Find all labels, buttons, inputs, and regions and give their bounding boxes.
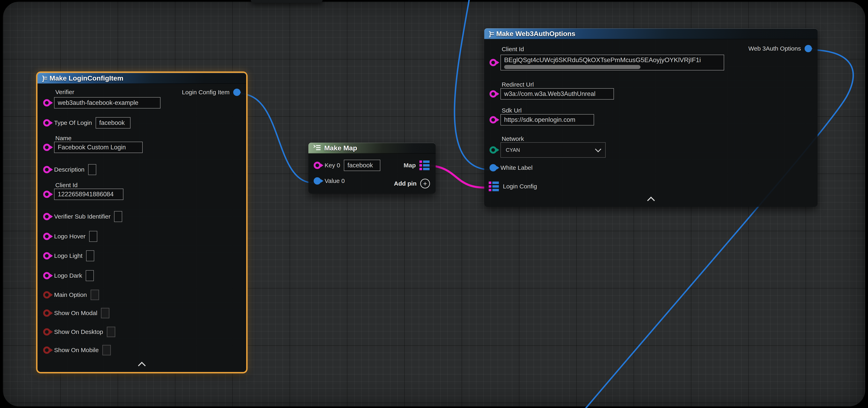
- pin-main-option[interactable]: [43, 291, 51, 299]
- verifier-row: web3auth-facebook-example: [43, 97, 160, 108]
- client-id-input[interactable]: BEglQSgt4cUWcj6SKRdu5QkOXTsePmMcusG5EAoy…: [500, 55, 724, 70]
- key0-label: Key 0: [324, 162, 340, 169]
- key0-input[interactable]: facebook: [344, 160, 380, 171]
- white-label-label: White Label: [500, 164, 532, 171]
- login-config-row: Login Config: [489, 181, 537, 191]
- sdk-url-value: https://sdk.openlogin.com: [504, 116, 576, 124]
- logo-dark-row: Logo Dark: [43, 270, 94, 281]
- logo-hover-label: Logo Hover: [54, 233, 86, 240]
- output-pin-login-config-item[interactable]: [233, 89, 241, 96]
- pin-value0[interactable]: [314, 177, 321, 184]
- output-pin-web3auth-options[interactable]: [805, 45, 812, 52]
- node-header[interactable]: }= Make Web3AuthOptions: [484, 28, 817, 39]
- name-input[interactable]: Facebook Custom Login: [54, 142, 143, 153]
- make-struct-icon: }=: [42, 74, 46, 82]
- pin-description[interactable]: [43, 166, 51, 173]
- verifier-sub-identifier-row: Verifier Sub Identifier: [43, 211, 122, 222]
- login-config-map-pin-icon[interactable]: [489, 181, 499, 191]
- add-pin-button[interactable]: Add pin +: [394, 179, 430, 189]
- pin-show-on-modal[interactable]: [43, 309, 51, 317]
- node-title: Make LoginConfigItem: [50, 74, 123, 82]
- value0-row: Value 0: [314, 177, 345, 184]
- pin-logo-light[interactable]: [43, 252, 51, 260]
- web3auth-options-output: Web 3Auth Options: [748, 45, 812, 52]
- logo-light-input[interactable]: [86, 250, 94, 261]
- pin-show-on-desktop[interactable]: [43, 328, 51, 336]
- redirect-url-row: w3a://com.w3a.Web3AuthUnreal: [490, 88, 614, 100]
- node-make-loginconfigitem[interactable]: }= Make LoginConfigItem Login Config Ite…: [37, 73, 246, 372]
- blueprint-editor: }= Make LoginConfigItem Login Config Ite…: [0, 0, 868, 408]
- network-dropdown[interactable]: CYAN: [500, 142, 606, 158]
- redirect-url-label: Redirect Url: [502, 81, 534, 88]
- client-id-label: Client Id: [502, 46, 524, 53]
- logo-dark-input[interactable]: [86, 270, 94, 281]
- pin-verifier[interactable]: [43, 99, 51, 106]
- white-label-row: White Label: [490, 164, 532, 171]
- pin-network[interactable]: [490, 146, 497, 154]
- show-on-desktop-label: Show On Desktop: [54, 329, 103, 335]
- chevron-down-icon: [595, 146, 601, 152]
- collapse-node-chevron-icon[interactable]: [647, 197, 655, 204]
- verifier-input[interactable]: web3auth-facebook-example: [54, 97, 160, 108]
- pin-client-id[interactable]: [43, 191, 51, 198]
- node-title: Make Web3AuthOptions: [496, 30, 575, 38]
- pin-name[interactable]: [43, 144, 51, 151]
- sdk-url-input[interactable]: https://sdk.openlogin.com: [500, 114, 594, 126]
- pin-client-id[interactable]: [490, 59, 497, 66]
- collapse-node-chevron-icon[interactable]: [138, 362, 146, 369]
- verifier-sub-identifier-label: Verifier Sub Identifier: [54, 213, 111, 220]
- show-on-modal-checkbox[interactable]: [101, 308, 110, 318]
- pin-sdk-url[interactable]: [490, 116, 497, 124]
- make-map-icon: [313, 144, 321, 151]
- main-option-checkbox[interactable]: [91, 290, 99, 300]
- pin-redirect-url[interactable]: [490, 90, 497, 98]
- map-pin-icon[interactable]: [420, 161, 430, 170]
- pin-verifier-sub-identifier[interactable]: [43, 213, 51, 220]
- description-row: Description: [43, 164, 96, 175]
- main-option-row: Main Option: [43, 290, 99, 300]
- sdk-url-row: https://sdk.openlogin.com: [490, 114, 594, 126]
- pin-key0[interactable]: [314, 162, 321, 169]
- web3auth-options-output-label: Web 3Auth Options: [748, 45, 801, 52]
- logo-dark-label: Logo Dark: [54, 272, 82, 279]
- client-id-row: 1222658941886084: [43, 189, 123, 200]
- verifier-sub-identifier-input[interactable]: [114, 211, 122, 222]
- client-id-scrollbar[interactable]: [504, 65, 641, 69]
- verifier-label: Verifier: [55, 89, 74, 96]
- show-on-mobile-label: Show On Mobile: [54, 347, 99, 353]
- pin-type-of-login[interactable]: [43, 119, 51, 127]
- output-pin-label: Login Config Item: [182, 89, 229, 96]
- client-id-input[interactable]: 1222658941886084: [54, 189, 123, 200]
- type-of-login-input[interactable]: facebook: [96, 117, 130, 129]
- node-title: Make Map: [324, 144, 357, 152]
- redirect-url-input[interactable]: w3a://com.w3a.Web3AuthUnreal: [500, 88, 614, 100]
- add-pin-label: Add pin: [394, 180, 416, 187]
- offscreen-node-partial[interactable]: [251, 0, 322, 3]
- name-label: Name: [55, 135, 71, 142]
- output-login-config-item: Login Config Item: [182, 89, 241, 96]
- pin-white-label[interactable]: [490, 164, 497, 171]
- description-input[interactable]: [88, 164, 96, 175]
- pin-show-on-mobile[interactable]: [43, 346, 51, 354]
- show-on-mobile-checkbox[interactable]: [102, 345, 111, 355]
- node-make-web3authoptions[interactable]: }= Make Web3AuthOptions Web 3Auth Option…: [484, 28, 817, 207]
- name-row: Facebook Custom Login: [43, 142, 143, 153]
- pin-logo-dark[interactable]: [43, 272, 51, 279]
- logo-light-row: Logo Light: [43, 250, 94, 261]
- verifier-value: web3auth-facebook-example: [58, 99, 138, 106]
- map-output: Map: [404, 161, 430, 170]
- client-id-value: BEglQSgt4cUWcj6SKRdu5QkOXTsePmMcusG5EAoy…: [504, 56, 701, 64]
- add-pin-icon: +: [420, 179, 430, 189]
- node-make-map[interactable]: Make Map Key 0 facebook Map Value 0 Add …: [308, 143, 436, 194]
- show-on-modal-row: Show On Modal: [43, 308, 110, 318]
- value0-label: Value 0: [324, 177, 345, 184]
- pin-logo-hover[interactable]: [43, 233, 51, 240]
- show-on-desktop-checkbox[interactable]: [107, 327, 115, 337]
- node-header[interactable]: }= Make LoginConfigItem: [37, 73, 246, 84]
- node-header[interactable]: Make Map: [308, 143, 436, 154]
- wire-loginconfigitem-to-value0[interactable]: [241, 94, 314, 183]
- name-value: Facebook Custom Login: [58, 144, 126, 151]
- key0-row: Key 0 facebook: [314, 160, 380, 171]
- map-output-label: Map: [404, 162, 416, 169]
- logo-hover-input[interactable]: [89, 231, 97, 242]
